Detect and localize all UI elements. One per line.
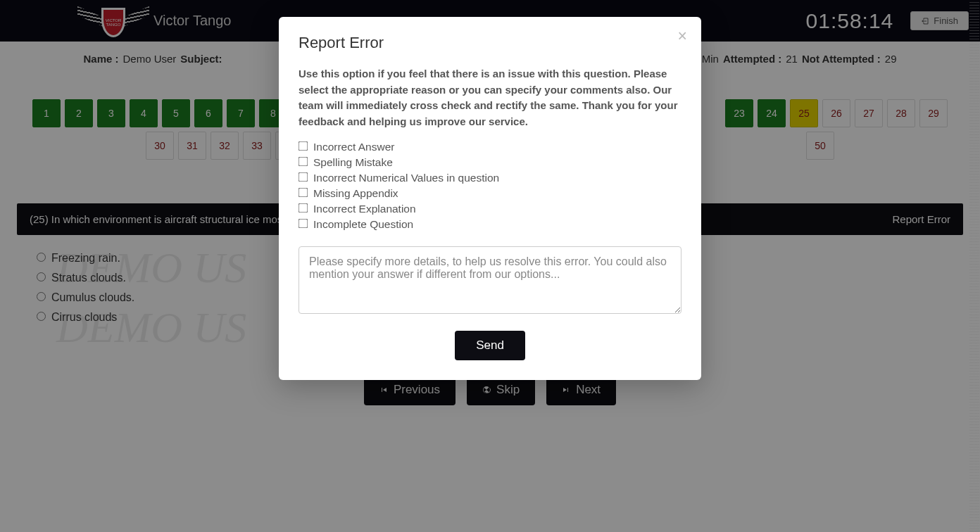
reason-checkbox-0[interactable] bbox=[299, 141, 308, 151]
reason-list: Incorrect AnswerSpelling MistakeIncorrec… bbox=[299, 141, 681, 231]
reason-text: Incorrect Numerical Values in question bbox=[313, 172, 499, 184]
reason-option-1[interactable]: Spelling Mistake bbox=[299, 156, 681, 169]
reason-checkbox-5[interactable] bbox=[299, 219, 308, 229]
reason-option-5[interactable]: Incomplete Question bbox=[299, 218, 681, 231]
reason-checkbox-4[interactable] bbox=[299, 203, 308, 213]
reason-text: Missing Appendix bbox=[313, 187, 398, 199]
reason-text: Incorrect Explanation bbox=[313, 203, 416, 215]
reason-checkbox-3[interactable] bbox=[299, 188, 308, 198]
reason-text: Incomplete Question bbox=[313, 218, 413, 230]
reason-option-2[interactable]: Incorrect Numerical Values in question bbox=[299, 172, 681, 184]
reason-option-3[interactable]: Missing Appendix bbox=[299, 187, 681, 200]
reason-text: Incorrect Answer bbox=[313, 141, 394, 153]
reason-checkbox-2[interactable] bbox=[299, 172, 308, 182]
reason-checkbox-1[interactable] bbox=[299, 157, 308, 167]
modal-title: Report Error bbox=[299, 34, 681, 52]
reason-option-4[interactable]: Incorrect Explanation bbox=[299, 203, 681, 215]
reason-text: Spelling Mistake bbox=[313, 156, 393, 168]
reason-option-0[interactable]: Incorrect Answer bbox=[299, 141, 681, 153]
report-error-modal: × Report Error Use this option if you fe… bbox=[279, 17, 701, 380]
send-button[interactable]: Send bbox=[455, 331, 525, 360]
error-details-textarea[interactable] bbox=[299, 246, 681, 314]
modal-close-button[interactable]: × bbox=[678, 28, 687, 44]
modal-description: Use this option if you feel that there i… bbox=[299, 66, 681, 129]
